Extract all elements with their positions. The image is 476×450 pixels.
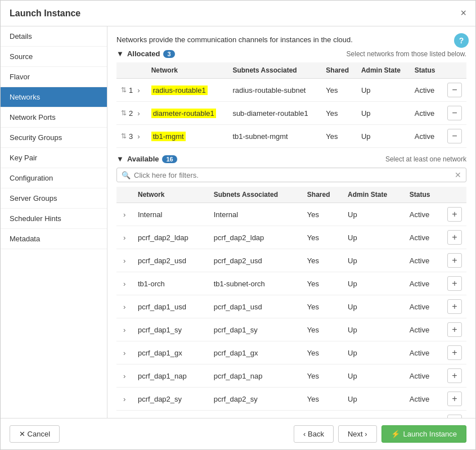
expand-cell: › — [116, 388, 133, 411]
add-button[interactable]: + — [447, 322, 462, 337]
table-row: ⇅ 1 › radius-routable1 radius-routable-s… — [116, 79, 466, 102]
chevron-down-icon-2: ▼ — [116, 155, 124, 163]
expand-row-button[interactable]: › — [121, 278, 128, 289]
launch-icon: ⚡ — [391, 430, 400, 438]
launch-label: Launch Instance — [403, 430, 457, 438]
action-cell: + — [443, 318, 466, 341]
allocated-hint: Select networks from those listed below. — [347, 50, 466, 58]
expand-cell: › — [116, 364, 133, 388]
available-col-network: Network — [133, 187, 209, 203]
expand-row-button[interactable]: › — [121, 232, 128, 243]
remove-button[interactable]: − — [447, 106, 462, 120]
add-button[interactable]: + — [447, 392, 462, 406]
table-row: › pcrf_dap1_usd pcrf_dap1_usd Yes Up Act… — [116, 295, 466, 318]
expand-row-button[interactable]: › — [121, 394, 128, 404]
expand-row-button[interactable]: › — [121, 348, 128, 358]
search-input[interactable] — [134, 171, 455, 179]
sort-icon: ⇅ — [121, 132, 127, 140]
allocated-toggle[interactable]: ▼ Allocated 3 — [116, 50, 175, 58]
admin-state-cell: Up — [343, 272, 405, 295]
add-button[interactable]: + — [447, 253, 462, 268]
status-cell: Active — [405, 341, 443, 364]
add-button[interactable]: + — [447, 207, 462, 222]
remove-button[interactable]: − — [447, 129, 462, 143]
shared-cell: Yes — [303, 411, 343, 418]
sidebar-item-scheduler-hints[interactable]: Scheduler Hints — [1, 209, 107, 229]
admin-state-cell: Up — [343, 364, 405, 388]
row-number: 3 — [129, 132, 133, 141]
subnets-cell: pcrf_dap2_usd — [209, 249, 303, 272]
sidebar-item-source[interactable]: Source — [1, 47, 107, 67]
add-button[interactable]: + — [447, 276, 462, 291]
add-button[interactable]: + — [447, 415, 462, 418]
admin-state-cell: Up — [343, 203, 405, 226]
cancel-button[interactable]: ✕ Cancel — [10, 425, 60, 443]
sidebar-item-metadata[interactable]: Metadata — [1, 229, 107, 249]
sidebar-item-security-groups[interactable]: Security Groups — [1, 128, 107, 148]
expand-row-button[interactable]: › — [135, 108, 142, 119]
table-row: › pcrf_dap1_sy pcrf_dap1_sy Yes Up Activ… — [116, 318, 466, 341]
expand-row-button[interactable]: › — [121, 417, 128, 418]
remove-button[interactable]: − — [447, 83, 462, 97]
admin-state-cell: Up — [343, 411, 405, 418]
close-button[interactable]: × — [460, 7, 466, 19]
footer-right: ‹ Back Next › ⚡ Launch Instance — [294, 425, 466, 443]
available-toggle[interactable]: ▼ Available 16 — [116, 155, 177, 163]
expand-row-button[interactable]: › — [121, 302, 128, 312]
sidebar-item-server-groups[interactable]: Server Groups — [1, 188, 107, 209]
sidebar-item-networks[interactable]: Networks — [1, 87, 107, 107]
expand-cell: › — [116, 411, 133, 418]
available-hint: Select at least one network — [385, 155, 466, 163]
add-button[interactable]: + — [447, 368, 462, 383]
add-button[interactable]: + — [447, 345, 462, 360]
status-cell: Active — [410, 102, 443, 125]
action-cell: + — [443, 272, 466, 295]
expand-row-button[interactable]: › — [135, 131, 142, 142]
back-button[interactable]: ‹ Back — [294, 425, 334, 443]
network-cell: tb1-mgmt — [147, 125, 228, 148]
add-button[interactable]: + — [447, 230, 462, 245]
available-label: Available — [127, 155, 159, 163]
table-row: › pcrf_dap2_sy pcrf_dap2_sy Yes Up Activ… — [116, 388, 466, 411]
allocated-col-num — [116, 62, 147, 79]
expand-row-button[interactable]: › — [121, 371, 128, 381]
search-clear-button[interactable]: ✕ — [455, 170, 461, 179]
subnets-cell: pcrf_dap1_usd — [209, 295, 303, 318]
sidebar-item-details[interactable]: Details — [1, 26, 107, 47]
admin-state-cell: Up — [357, 125, 410, 148]
row-num-cell: ⇅ 3 › — [116, 125, 147, 148]
available-table: Network Subnets Associated Shared Admin … — [116, 187, 466, 418]
expand-row-button[interactable]: › — [135, 85, 142, 96]
expand-cell: › — [116, 226, 133, 249]
allocated-table: Network Subnets Associated Shared Admin … — [116, 62, 466, 148]
expand-row-button[interactable]: › — [121, 255, 128, 266]
available-col-shared: Shared — [303, 187, 343, 203]
status-cell: Active — [410, 125, 443, 148]
table-row: › pcrf_dap2_ldap pcrf_dap2_ldap Yes Up A… — [116, 226, 466, 249]
subnets-cell: Internal — [209, 203, 303, 226]
help-button[interactable]: ? — [454, 33, 469, 48]
sidebar-item-flavor[interactable]: Flavor — [1, 67, 107, 87]
launch-button[interactable]: ⚡ Launch Instance — [381, 425, 466, 443]
expand-row-button[interactable]: › — [121, 325, 128, 335]
sort-icon: ⇅ — [121, 109, 127, 117]
network-name: tb1-mgmt — [151, 132, 186, 141]
network-cell: pcrf_dap2_usd — [133, 249, 209, 272]
expand-cell: › — [116, 272, 133, 295]
status-cell: Active — [405, 295, 443, 318]
action-cell: + — [443, 203, 466, 226]
table-row: › pcrf_dap2_rx pcrf_dap2_rx Yes Up Activ… — [116, 411, 466, 418]
table-row: › pcrf_dap2_usd pcrf_dap2_usd Yes Up Act… — [116, 249, 466, 272]
shared-cell: Yes — [321, 102, 357, 125]
sidebar-item-network-ports[interactable]: Network Ports — [1, 107, 107, 128]
action-cell: − — [443, 79, 466, 102]
add-button[interactable]: + — [447, 299, 462, 314]
sidebar-item-key-pair[interactable]: Key Pair — [1, 148, 107, 168]
next-button[interactable]: Next › — [338, 425, 377, 443]
shared-cell: Yes — [303, 272, 343, 295]
sidebar-item-configuration[interactable]: Configuration — [1, 168, 107, 188]
expand-row-button[interactable]: › — [121, 209, 128, 220]
network-name: diameter-routable1 — [151, 109, 216, 118]
shared-cell: Yes — [303, 364, 343, 388]
admin-state-cell: Up — [343, 388, 405, 411]
